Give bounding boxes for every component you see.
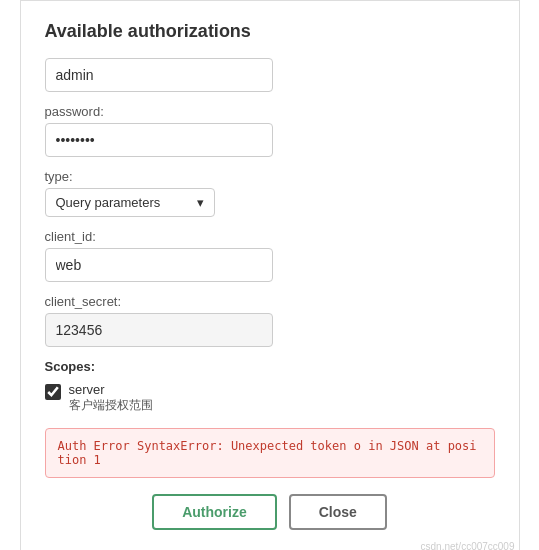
type-field-group: type: Query parameters ▾ [45, 169, 495, 217]
username-field-group [45, 58, 495, 92]
type-select[interactable]: Query parameters ▾ [45, 188, 215, 217]
watermark: csdn.net/cc007cc009 [421, 541, 515, 550]
client-id-field-group: client_id: [45, 229, 495, 282]
close-button[interactable]: Close [289, 494, 387, 530]
client-secret-field-group: client_secret: [45, 294, 495, 347]
scope-desc: 客户端授权范围 [69, 397, 153, 414]
authorization-modal: Available authorizations password: type:… [20, 0, 520, 550]
button-row: Authorize Close [45, 494, 495, 530]
type-select-value: Query parameters [56, 195, 161, 210]
type-label: type: [45, 169, 495, 184]
username-input[interactable] [45, 58, 273, 92]
scope-item: server 客户端授权范围 [45, 382, 495, 414]
scopes-section: Scopes: server 客户端授权范围 [45, 359, 495, 414]
scope-text: server 客户端授权范围 [69, 382, 153, 414]
client-secret-label: client_secret: [45, 294, 495, 309]
authorize-button[interactable]: Authorize [152, 494, 277, 530]
scope-name: server [69, 382, 153, 397]
error-message: Auth Error SyntaxError: Unexpected token… [45, 428, 495, 478]
client-id-label: client_id: [45, 229, 495, 244]
client-secret-input[interactable] [45, 313, 273, 347]
scope-checkbox[interactable] [45, 384, 61, 400]
modal-title: Available authorizations [45, 21, 495, 42]
chevron-down-icon: ▾ [197, 195, 204, 210]
password-field-group: password: [45, 104, 495, 157]
scopes-title: Scopes: [45, 359, 495, 374]
password-input[interactable] [45, 123, 273, 157]
client-id-input[interactable] [45, 248, 273, 282]
password-label: password: [45, 104, 495, 119]
